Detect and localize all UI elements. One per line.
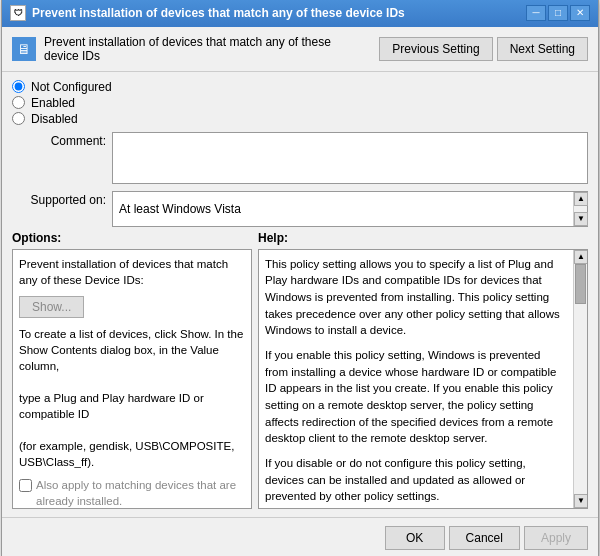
help-scroll-track bbox=[574, 264, 587, 494]
help-scroll-down[interactable]: ▼ bbox=[574, 494, 588, 508]
title-bar-controls: ─ □ ✕ bbox=[526, 5, 590, 21]
apply-checkbox[interactable] bbox=[19, 479, 32, 492]
radio-enabled[interactable]: Enabled bbox=[12, 96, 588, 110]
previous-setting-button[interactable]: Previous Setting bbox=[379, 37, 492, 61]
options-label: Options: bbox=[12, 231, 252, 245]
title-bar: 🛡 Prevent installation of devices that m… bbox=[2, 0, 598, 27]
close-button[interactable]: ✕ bbox=[570, 5, 590, 21]
comment-label: Comment: bbox=[12, 132, 112, 187]
scroll-up-arrow[interactable]: ▲ bbox=[574, 192, 588, 206]
comment-row: Comment: bbox=[12, 132, 588, 187]
checkbox-row: Also apply to matching devices that are … bbox=[19, 477, 245, 509]
next-setting-button[interactable]: Next Setting bbox=[497, 37, 588, 61]
scroll-down-arrow[interactable]: ▼ bbox=[574, 212, 588, 226]
footer: OK Cancel Apply bbox=[2, 517, 598, 557]
header-title: Prevent installation of devices that mat… bbox=[44, 35, 344, 63]
options-box: Prevent installation of devices that mat… bbox=[12, 249, 252, 509]
radio-disabled-input[interactable] bbox=[12, 112, 25, 125]
help-box: This policy setting allows you to specif… bbox=[258, 249, 588, 509]
help-text: This policy setting allows you to specif… bbox=[265, 256, 565, 505]
help-para-3: If you disable or do not configure this … bbox=[265, 455, 565, 505]
cancel-button[interactable]: Cancel bbox=[449, 526, 520, 550]
help-scroll-up[interactable]: ▲ bbox=[574, 250, 588, 264]
radio-enabled-label: Enabled bbox=[31, 96, 75, 110]
main-window: 🛡 Prevent installation of devices that m… bbox=[1, 0, 599, 556]
radio-not-configured-input[interactable] bbox=[12, 80, 25, 93]
apply-button[interactable]: Apply bbox=[524, 526, 588, 550]
radio-enabled-input[interactable] bbox=[12, 96, 25, 109]
maximize-button[interactable]: □ bbox=[548, 5, 568, 21]
supported-scrollbar: ▲ ▼ bbox=[573, 192, 587, 226]
options-instructions: To create a list of devices, click Show.… bbox=[19, 326, 245, 471]
window-title: Prevent installation of devices that mat… bbox=[32, 6, 405, 20]
radio-not-configured[interactable]: Not Configured bbox=[12, 80, 588, 94]
supported-field: At least Windows Vista ▲ ▼ bbox=[112, 191, 588, 227]
help-scroll-thumb bbox=[575, 264, 586, 304]
ok-button[interactable]: OK bbox=[385, 526, 445, 550]
header-buttons: Previous Setting Next Setting bbox=[379, 37, 588, 61]
supported-value-box: At least Windows Vista ▲ ▼ bbox=[112, 191, 588, 227]
content-area: Not Configured Enabled Disabled Comment:… bbox=[2, 72, 598, 517]
supported-row: Supported on: At least Windows Vista ▲ ▼ bbox=[12, 191, 588, 227]
radio-not-configured-label: Not Configured bbox=[31, 80, 112, 94]
supported-value: At least Windows Vista bbox=[119, 202, 241, 216]
checkbox-label: Also apply to matching devices that are … bbox=[36, 477, 245, 509]
two-col-section: Options: Prevent installation of devices… bbox=[12, 231, 588, 509]
show-button[interactable]: Show... bbox=[19, 296, 84, 318]
header-row: 🖥 Prevent installation of devices that m… bbox=[2, 27, 598, 72]
radio-section: Not Configured Enabled Disabled bbox=[12, 80, 588, 126]
options-column: Options: Prevent installation of devices… bbox=[12, 231, 252, 509]
title-bar-left: 🛡 Prevent installation of devices that m… bbox=[10, 5, 405, 21]
help-column: Help: This policy setting allows you to … bbox=[258, 231, 588, 509]
comment-textarea[interactable] bbox=[112, 132, 588, 184]
help-para-1: This policy setting allows you to specif… bbox=[265, 256, 565, 339]
comment-field bbox=[112, 132, 588, 187]
help-para-2: If you enable this policy setting, Windo… bbox=[265, 347, 565, 447]
policy-icon: 🖥 bbox=[12, 37, 36, 61]
header-left: 🖥 Prevent installation of devices that m… bbox=[12, 35, 344, 63]
radio-disabled[interactable]: Disabled bbox=[12, 112, 588, 126]
window-icon: 🛡 bbox=[10, 5, 26, 21]
help-label: Help: bbox=[258, 231, 588, 245]
help-scrollbar: ▲ ▼ bbox=[573, 250, 587, 508]
minimize-button[interactable]: ─ bbox=[526, 5, 546, 21]
supported-label: Supported on: bbox=[12, 191, 112, 227]
radio-disabled-label: Disabled bbox=[31, 112, 78, 126]
options-description: Prevent installation of devices that mat… bbox=[19, 256, 245, 288]
